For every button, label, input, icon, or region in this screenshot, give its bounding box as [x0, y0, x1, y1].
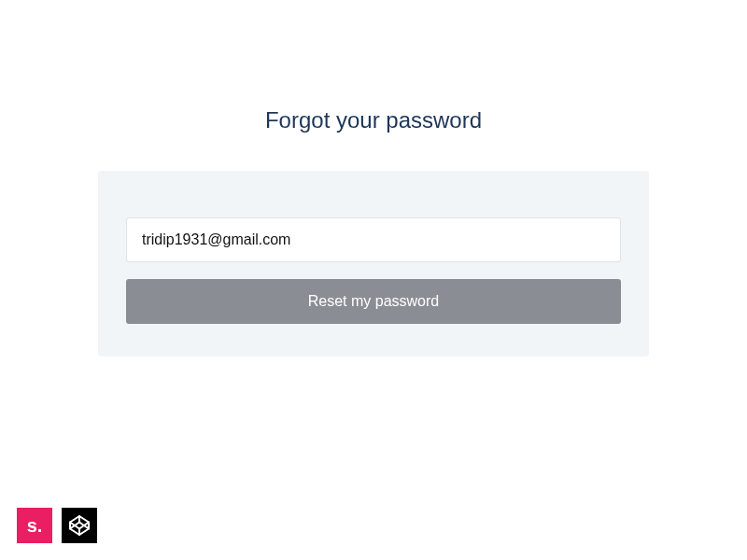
codepen-icon[interactable]: [62, 508, 97, 543]
email-input[interactable]: [126, 217, 621, 262]
forgot-password-card: Reset my password: [98, 171, 649, 357]
page-title: Forgot your password: [0, 107, 747, 133]
brand-s-icon[interactable]: s.: [17, 508, 52, 543]
footer-icons: s.: [17, 508, 97, 543]
reset-password-button[interactable]: Reset my password: [126, 279, 621, 324]
